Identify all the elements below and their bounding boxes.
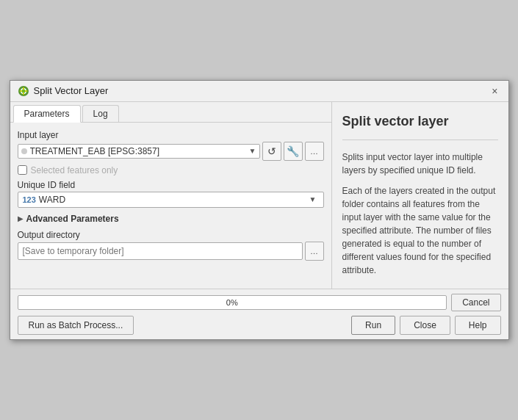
batch-process-button[interactable]: Run as Batch Process...	[18, 316, 134, 335]
output-dir-row: …	[18, 242, 324, 261]
refresh-icon: ↺	[267, 145, 276, 157]
wrench-button[interactable]: 🔧	[284, 142, 303, 161]
qgis-icon	[18, 85, 29, 97]
left-panel: Parameters Log Input layer TREATMENT_EAB…	[10, 102, 332, 289]
params-panel: Input layer TREATMENT_EAB [EPSG:3857] ▼ …	[10, 123, 331, 289]
input-layer-row: TREATMENT_EAB [EPSG:3857] ▼ ↺ 🔧 …	[18, 142, 324, 161]
tabs-bar: Parameters Log	[10, 102, 331, 123]
unique-id-section: Unique ID field 123 WARD ▼	[18, 180, 324, 208]
selected-features-label: Selected features only	[31, 165, 118, 175]
advanced-parameters-toggle[interactable]: ▶ Advanced Parameters	[18, 212, 324, 225]
refresh-button[interactable]: ↺	[262, 142, 281, 161]
dialog-title: Split Vector Layer	[34, 85, 109, 96]
ellipsis-icon: …	[310, 147, 318, 156]
help-paragraph-2: Each of the layers created in the output…	[342, 184, 498, 277]
output-dir-input[interactable]	[18, 242, 303, 260]
help-paragraph-1: Splits input vector layer into multiple …	[342, 151, 498, 177]
dropdown-arrow-icon: ▼	[249, 147, 256, 155]
cancel-button[interactable]: Cancel	[451, 294, 500, 311]
input-layer-select[interactable]: TREATMENT_EAB [EPSG:3857] ▼	[18, 144, 260, 159]
close-dialog-button[interactable]: Close	[400, 316, 450, 335]
input-layer-section: Input layer TREATMENT_EAB [EPSG:3857] ▼ …	[18, 130, 324, 161]
help-button[interactable]: Help	[455, 316, 501, 335]
unique-id-select[interactable]: 123 WARD ▼	[18, 192, 324, 208]
action-buttons-row: Run as Batch Process... Run Close Help	[18, 316, 501, 335]
wrench-icon: 🔧	[287, 145, 299, 157]
unique-id-label: Unique ID field	[18, 180, 324, 190]
run-button[interactable]: Run	[351, 316, 395, 335]
progress-bar: 0%	[18, 295, 447, 310]
progress-label: 0%	[226, 298, 238, 307]
title-bar-left: Split Vector Layer	[18, 85, 109, 97]
numeric-icon: 123	[23, 195, 36, 204]
title-bar: Split Vector Layer ×	[10, 81, 508, 102]
selected-features-checkbox[interactable]	[18, 165, 27, 175]
bottom-bar: 0% Cancel Run as Batch Process... Run Cl…	[10, 289, 508, 339]
advanced-label: Advanced Parameters	[26, 214, 119, 224]
tab-log[interactable]: Log	[82, 105, 119, 122]
progress-row: 0% Cancel	[18, 294, 501, 311]
right-panel: Split vector layer Splits input vector l…	[332, 102, 508, 289]
main-dialog: Split Vector Layer × Parameters Log Inpu…	[10, 80, 509, 341]
advanced-arrow-icon: ▶	[18, 214, 24, 222]
output-dir-label: Output directory	[18, 230, 324, 240]
help-divider	[342, 140, 498, 140]
unique-id-value: WARD	[39, 195, 304, 205]
help-title: Split vector layer	[342, 114, 498, 130]
ellipsis-browse-icon: …	[310, 247, 318, 256]
output-dir-section: Output directory …	[18, 230, 324, 261]
main-content: Parameters Log Input layer TREATMENT_EAB…	[10, 102, 508, 289]
input-layer-value: TREATMENT_EAB [EPSG:3857]	[30, 146, 246, 156]
tab-parameters[interactable]: Parameters	[13, 105, 81, 123]
ellipsis-button-input[interactable]: …	[305, 142, 324, 161]
input-layer-label: Input layer	[18, 130, 324, 140]
selected-features-row: Selected features only	[18, 165, 324, 175]
close-button[interactable]: ×	[489, 86, 500, 96]
unique-id-dropdown-arrow[interactable]: ▼	[307, 195, 319, 203]
output-dir-browse-button[interactable]: …	[305, 242, 324, 261]
layer-dot-icon	[21, 148, 27, 154]
